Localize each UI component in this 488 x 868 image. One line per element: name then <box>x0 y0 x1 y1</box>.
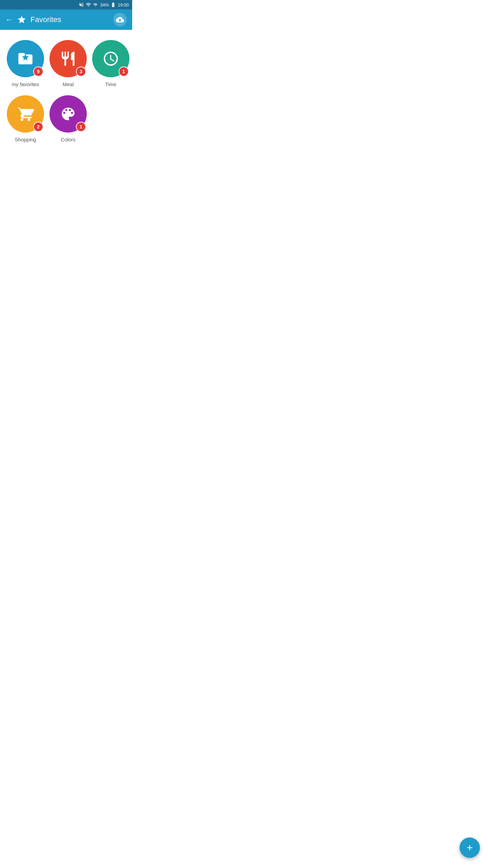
time-text: 19:00 <box>118 2 129 7</box>
app-bar: ← Favorites <box>0 9 132 30</box>
label-my-favorites: my favorites <box>12 81 39 87</box>
badge-meal: 3 <box>76 66 86 77</box>
circle-wrap-shopping: 2 <box>7 95 44 133</box>
download-icon <box>116 16 124 24</box>
star-icon <box>17 15 26 24</box>
signal-icon <box>93 2 98 7</box>
battery-text: 34% <box>100 2 109 7</box>
category-item-shopping[interactable]: 2Shopping <box>7 95 44 142</box>
content: 9my favorites3Meal1Time2Shopping1Colors <box>0 30 132 157</box>
badge-my-favorites: 9 <box>33 66 43 77</box>
wifi-icon <box>86 2 91 7</box>
category-item-meal[interactable]: 3Meal <box>49 40 87 87</box>
circle-wrap-time: 1 <box>92 40 129 77</box>
back-button[interactable]: ← <box>5 15 13 24</box>
circle-wrap-meal: 3 <box>49 40 87 77</box>
badge-time: 1 <box>119 66 129 77</box>
badge-shopping: 2 <box>33 122 43 132</box>
status-bar: 34% 19:00 <box>0 0 132 9</box>
battery-charging-icon <box>110 2 116 7</box>
badge-colors: 1 <box>76 122 86 132</box>
category-item-my-favorites[interactable]: 9my favorites <box>7 40 44 87</box>
circle-wrap-my-favorites: 9 <box>7 40 44 77</box>
circle-wrap-colors: 1 <box>49 95 87 133</box>
mute-icon <box>79 2 84 7</box>
label-time: Time <box>105 81 117 87</box>
label-shopping: Shopping <box>15 137 36 142</box>
category-grid: 9my favorites3Meal1Time2Shopping1Colors <box>7 40 125 142</box>
label-meal: Meal <box>63 81 74 87</box>
app-bar-left: ← Favorites <box>5 15 61 24</box>
status-icons: 34% 19:00 <box>79 2 129 7</box>
app-bar-title: Favorites <box>30 15 61 24</box>
category-item-colors[interactable]: 1Colors <box>49 95 87 142</box>
label-colors: Colors <box>61 137 75 142</box>
category-item-time[interactable]: 1Time <box>92 40 129 87</box>
download-button[interactable] <box>113 13 127 26</box>
